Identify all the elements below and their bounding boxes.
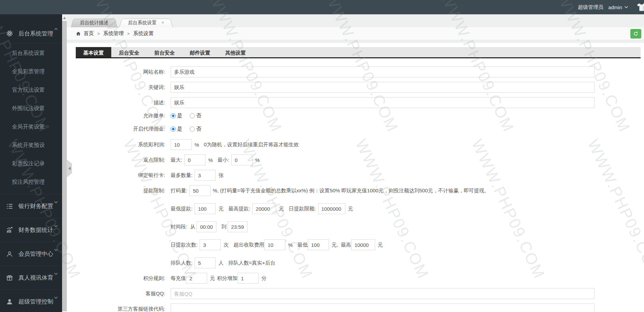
withdraw-amount-row: 最低提款: 元 最高提款: 元 日提款限额: 元 (76, 203, 644, 214)
sidebar-submenu: 后台系统设置 全局彩票管理 官方玩法设置 外围玩法设置 全局开奖设置 系统开奖预… (0, 43, 62, 194)
tab-basic-settings[interactable]: 基本设置 (76, 47, 111, 57)
home-icon[interactable] (76, 31, 81, 36)
radio-yes-label[interactable]: 是 (177, 113, 182, 119)
rebate-min-input[interactable] (231, 154, 253, 165)
bank-card-qty-input[interactable] (195, 170, 216, 181)
window-tabstrip: 后台统计描述 后台系统设置 × (67, 14, 644, 27)
vertical-scrollbar[interactable] (62, 14, 67, 312)
sidebar-item-official-play[interactable]: 官方玩法设置 (0, 81, 62, 99)
breadcrumb-home[interactable]: 首页 (84, 30, 94, 37)
tab-backend-stats[interactable]: 后台统计描述 (71, 18, 117, 27)
third-party-label: 第三方客服链接代码: (76, 306, 171, 312)
user-outline-icon (6, 251, 13, 257)
sidebar-group-label: 后台系统管理 (18, 30, 53, 38)
keywords-label: 关键词: (76, 84, 171, 91)
withdraw-dama-row: 提款限制: 打码量: %, (打码量=等于充值金额的总数乘以xx%) 例：设置5… (76, 185, 644, 196)
gift-icon (6, 274, 13, 281)
sidebar-group-finance-stats[interactable]: 财务数据统计 (0, 218, 62, 242)
service-qq-input[interactable] (171, 288, 595, 299)
recharge-input[interactable] (186, 273, 207, 284)
sidebar-group-bank-finance[interactable]: 银行财务配置 (0, 194, 62, 218)
sidebar-item-draw-preset[interactable]: 系统开奖预设 (0, 136, 62, 154)
third-party-row: 第三方客服链接代码: (76, 303, 644, 312)
system-profit-label: 系统彩利润: (76, 142, 171, 148)
scrollbar-thumb[interactable] (62, 21, 67, 311)
tab-mail-settings[interactable]: 邮件设置 (182, 47, 218, 57)
withdraw-times-input[interactable] (200, 239, 221, 250)
description-input[interactable] (171, 97, 595, 108)
radio-yes[interactable] (171, 127, 176, 132)
fee-min-input[interactable] (308, 239, 329, 250)
time-to-input[interactable] (228, 221, 247, 232)
bank-card-qty-label: 最多数量: (171, 172, 192, 179)
points-add-input[interactable] (238, 273, 259, 284)
sidebar-item-peripheral-play[interactable]: 外围玩法设置 (0, 99, 62, 118)
queue-input[interactable] (195, 257, 216, 268)
description-row: 描述: (76, 97, 644, 108)
withdraw-daily-input[interactable] (318, 203, 345, 214)
withdraw-min-label: 最低提款: (171, 206, 192, 212)
radio-no-label[interactable]: 否 (196, 126, 201, 132)
shirt-icon[interactable] (636, 3, 644, 13)
sidebar-item-lottery-manage[interactable]: 全局彩票管理 (0, 62, 62, 81)
dama-input[interactable] (189, 185, 211, 196)
fee-label: 超出收取费用 (233, 242, 264, 248)
role-badge: 超级管理员 (578, 4, 603, 11)
tab-frontend-security[interactable]: 前台安全 (147, 47, 182, 57)
settings-tabbar: 基本设置 后台安全 前台安全 邮件设置 其他设置 (76, 47, 641, 58)
description-label: 描述: (76, 100, 171, 106)
system-profit-row: 系统彩利润: % 0为随机，设置好后须重启开将器才能生效 (76, 139, 644, 150)
radio-yes-label[interactable]: 是 (177, 126, 182, 132)
system-profit-input[interactable] (171, 139, 192, 150)
tab-backend-security[interactable]: 后台安全 (111, 47, 147, 57)
agent-commission-label: 开启代理佣金: (76, 126, 171, 132)
sidebar-item-backend-settings[interactable]: 后台系统设置 (0, 44, 62, 62)
sidebar-group-member-center[interactable]: 会员管理中心 (0, 242, 62, 266)
tab-other-settings[interactable]: 其他设置 (218, 47, 253, 57)
yuan-unit: 元, (332, 242, 338, 248)
radio-no-label[interactable]: 否 (196, 113, 201, 119)
chevron-down-icon (54, 198, 58, 205)
breadcrumb: 首页 > 系统管理 > 系统设置 (67, 27, 644, 40)
queue-label: 排队人数: (171, 260, 192, 266)
close-icon[interactable]: × (161, 20, 164, 25)
breadcrumb-system-manage[interactable]: 系统管理 (103, 30, 124, 37)
site-name-row: 网站名称: (76, 66, 644, 77)
sidebar-group-live-sports[interactable]: 真人视讯体育 (0, 266, 62, 289)
chevron-down-icon[interactable] (624, 6, 628, 9)
sidebar-item-bet-records[interactable]: 彩票投注记录 (0, 154, 62, 173)
fee-input[interactable] (264, 239, 285, 250)
withdraw-max-input[interactable] (252, 203, 276, 214)
sidebar-group-system-manage[interactable]: 后台系统管理 (0, 24, 62, 43)
radio-yes[interactable] (171, 113, 176, 118)
refresh-icon (633, 31, 639, 36)
username[interactable]: admin (608, 4, 622, 10)
site-name-label: 网站名称: (76, 69, 171, 75)
scroll-up-arrow-icon[interactable] (63, 15, 66, 19)
withdraw-min-input[interactable] (195, 203, 216, 214)
sidebar-collapse-handle[interactable] (67, 160, 72, 177)
time-from-input[interactable] (197, 221, 216, 232)
site-name-input[interactable] (171, 66, 595, 77)
sidebar: 后台系统管理 后台系统设置 全局彩票管理 官方玩法设置 外围玩法设置 全局开奖设… (0, 14, 62, 312)
radio-no[interactable] (190, 113, 195, 118)
recharge-label: 每充值 (171, 275, 186, 282)
collapse-left-icon (67, 167, 71, 170)
third-party-input[interactable] (171, 303, 595, 312)
sidebar-group-label: 银行财务配置 (18, 202, 53, 210)
chevron-down-icon (54, 246, 58, 253)
fee-max-input[interactable] (351, 239, 375, 250)
chevron-down-icon (54, 270, 58, 277)
sidebar-group-super-admin[interactable]: 超级管理控制 (0, 289, 62, 312)
rebate-max-input[interactable] (184, 154, 205, 165)
fee-min-label: 最低 (298, 242, 308, 248)
keywords-input[interactable] (171, 82, 595, 93)
sidebar-item-draw-settings[interactable]: 全局开奖设置 (0, 118, 62, 136)
chevron-up-icon (54, 25, 58, 32)
sidebar-item-risk-manage[interactable]: 投注风控管理 (0, 173, 62, 191)
sidebar-group-label: 真人视讯体育 (18, 274, 53, 282)
refresh-button[interactable] (630, 29, 641, 39)
system-profit-hint: 0为随机，设置好后须重启开将器才能生效 (204, 142, 299, 148)
tab-backend-settings[interactable]: 后台系统设置 × (119, 18, 173, 27)
radio-no[interactable] (190, 127, 195, 132)
